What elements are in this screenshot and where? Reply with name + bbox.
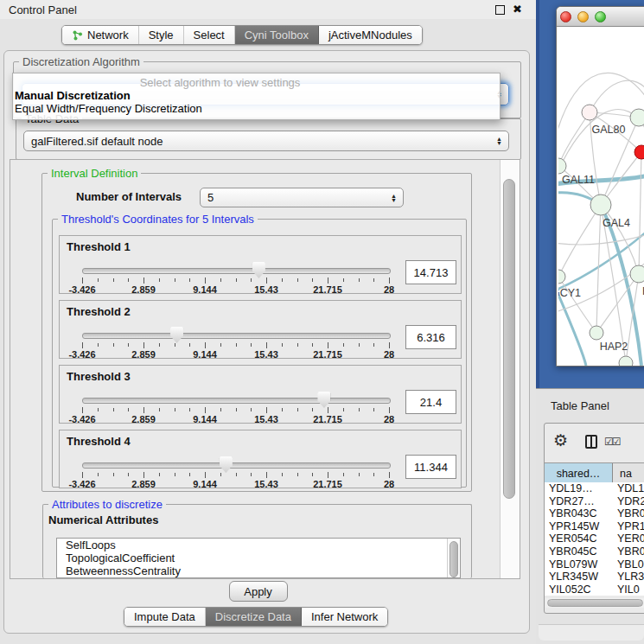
zoom-traffic-light[interactable] — [595, 11, 606, 22]
table-row[interactable]: YER054CYER0 — [545, 532, 644, 545]
gear-icon[interactable]: ⚙ — [553, 432, 568, 449]
threshold-slider-2[interactable]: -3.4262.8599.14415.4321.71528 — [82, 330, 389, 356]
attributes-group: Attributes to discretize Numerical Attri… — [42, 504, 472, 578]
threshold-panel-3: Threshold 3-3.4262.8599.14415.4321.71528… — [59, 365, 462, 424]
close-icon[interactable]: ✖ — [513, 3, 522, 15]
slider-track[interactable] — [82, 462, 391, 469]
threshold-value-field-2[interactable]: 6.316 — [405, 325, 456, 349]
tab-select[interactable]: Select — [184, 26, 235, 44]
attribute-item-selfloops[interactable]: SelfLoops — [57, 539, 460, 552]
table-header-row: shared… na — [545, 462, 644, 484]
cell-name: YDL1 — [612, 482, 644, 495]
threshold-slider-3[interactable]: -3.4262.8599.14415.4321.71528 — [82, 395, 389, 421]
table-data-combobox[interactable]: galFiltered.sif default node ▲▼ — [23, 131, 509, 151]
table-hscrollbar-thumb[interactable] — [547, 599, 643, 607]
slider-ticks — [82, 407, 389, 413]
table-row[interactable]: YBL079WYBL0 — [545, 558, 644, 571]
tab-label: Select — [194, 29, 225, 41]
network-edge — [639, 152, 641, 274]
threshold-value-field-1[interactable]: 14.713 — [405, 260, 456, 284]
table-row[interactable]: YLR345WYLR3 — [545, 571, 644, 583]
tab-impute-data[interactable]: Impute Data — [124, 608, 206, 626]
attributes-list: SelfLoopsTopologicalCoefficientBetweenne… — [56, 538, 461, 578]
axis-tick-label: -3.426 — [68, 414, 95, 424]
column-header-name[interactable]: na — [613, 463, 644, 483]
select-columns-checkboxes-icon[interactable]: ☑☑ — [604, 436, 620, 448]
network-view-window[interactable]: GAL80GALCGAL11GAL4GCY1HHAP2 — [556, 6, 644, 367]
network-node[interactable] — [634, 145, 644, 159]
table-panel-title: Table Panel — [551, 399, 609, 412]
column-header-shared-name[interactable]: shared… — [545, 463, 613, 483]
network-canvas[interactable]: GAL80GALCGAL11GAL4GCY1HHAP2 — [558, 27, 644, 366]
table-data-value: galFiltered.sif default node — [31, 135, 163, 148]
network-node[interactable] — [630, 109, 644, 126]
slider-ticks — [82, 277, 389, 284]
dropdown-item-manual-discretization[interactable]: Manual Discretization — [13, 89, 500, 102]
num-intervals-combobox[interactable]: 5 ▲▼ — [200, 188, 404, 207]
network-node[interactable] — [590, 326, 603, 340]
table-row[interactable]: YIL052CYIL0 — [545, 583, 644, 596]
table-row[interactable]: YDR27…YDR2 — [545, 495, 644, 508]
tab-infer-network[interactable]: Infer Network — [302, 608, 387, 626]
tab-style[interactable]: Style — [139, 26, 184, 44]
tab-discretize-data[interactable]: Discretize Data — [206, 608, 302, 626]
node-label-gal80: GAL80 — [592, 124, 626, 136]
tab-jactivemnodules[interactable]: jActiveMNodules — [319, 26, 422, 44]
columns-icon[interactable] — [585, 435, 597, 449]
attribute-item-topologicalcoefficient[interactable]: TopologicalCoefficient — [57, 552, 460, 564]
threshold-value-field-4[interactable]: 11.344 — [405, 455, 456, 479]
axis-tick-label: 9.144 — [193, 284, 217, 295]
threshold-slider-1[interactable]: -3.4262.8599.14415.4321.71528 — [82, 265, 389, 291]
apply-button-label: Apply — [244, 585, 272, 598]
axis-tick-label: 2.859 — [131, 284, 156, 295]
tab-label: Discretize Data — [215, 610, 291, 623]
table-row[interactable]: YBR045CYBR0 — [545, 545, 644, 558]
slider-track[interactable] — [82, 268, 391, 274]
minimize-traffic-light[interactable] — [577, 11, 589, 22]
numerical-attributes-label: Numerical Attributes — [48, 513, 158, 526]
main-scrollbar[interactable] — [500, 160, 520, 578]
axis-tick-label: 28 — [384, 479, 394, 489]
table-row[interactable]: YBR043CYBR0 — [545, 507, 644, 520]
axis-tick-label: 2.859 — [131, 414, 156, 424]
network-node[interactable] — [558, 270, 565, 284]
apply-button[interactable]: Apply — [229, 581, 288, 602]
cell-shared-name: YBR045C — [545, 545, 612, 558]
network-node[interactable] — [619, 356, 633, 366]
float-window-icon[interactable] — [495, 5, 505, 15]
network-window-titlebar[interactable] — [557, 7, 644, 27]
table-row[interactable]: YPR145WYPR1 — [545, 520, 644, 533]
table-hscrollbar[interactable] — [545, 598, 644, 608]
slider-track[interactable] — [82, 333, 391, 339]
tab-network[interactable]: Network — [62, 26, 139, 44]
dropdown-item-equal-width-frequency-discretization[interactable]: Equal Width/Frequency Discretization — [13, 102, 500, 115]
slider-handle[interactable] — [170, 327, 183, 343]
slider-handle[interactable] — [220, 456, 233, 473]
attribute-item-betweennesscentrality[interactable]: BetweennessCentrality — [57, 564, 460, 577]
network-edge — [558, 277, 596, 333]
panel-title: Control Panel — [9, 3, 77, 16]
threshold-value-field-3[interactable]: 21.4 — [405, 390, 456, 414]
main-scrollbar-thumb[interactable] — [503, 179, 515, 499]
threshold-slider-4[interactable]: -3.4262.8599.14415.4321.71528 — [82, 460, 389, 486]
cell-name: YPR1 — [612, 520, 644, 533]
axis-tick-label: -3.426 — [68, 284, 95, 295]
cell-shared-name: YDL19… — [545, 482, 612, 495]
node-label-gal11: GAL11 — [562, 174, 595, 186]
slider-handle[interactable] — [252, 262, 265, 278]
slider-track[interactable] — [82, 398, 391, 404]
network-node[interactable] — [590, 194, 611, 215]
node-table-box: ⚙ ☑☑ shared… na YDL19…YDL1YDR27…YDR2YBR0… — [544, 423, 644, 614]
axis-tick-label: 15.43 — [254, 414, 278, 424]
table-row[interactable]: YDL19…YDL1 — [545, 482, 644, 495]
tab-cyni-toolbox[interactable]: Cyni Toolbox — [235, 26, 319, 44]
attributes-scrollbar-thumb[interactable] — [450, 541, 458, 577]
slider-handle[interactable] — [317, 392, 330, 408]
network-node[interactable] — [582, 105, 597, 120]
axis-tick-label: 2.859 — [131, 349, 156, 360]
network-node[interactable] — [630, 265, 644, 283]
close-traffic-light[interactable] — [560, 11, 571, 22]
threshold-panel-2: Threshold 2-3.4262.8599.14415.4321.71528… — [59, 300, 462, 359]
interval-definition-group: Interval Definition Number of Intervals … — [41, 173, 472, 492]
attributes-scrollbar[interactable] — [447, 539, 460, 577]
